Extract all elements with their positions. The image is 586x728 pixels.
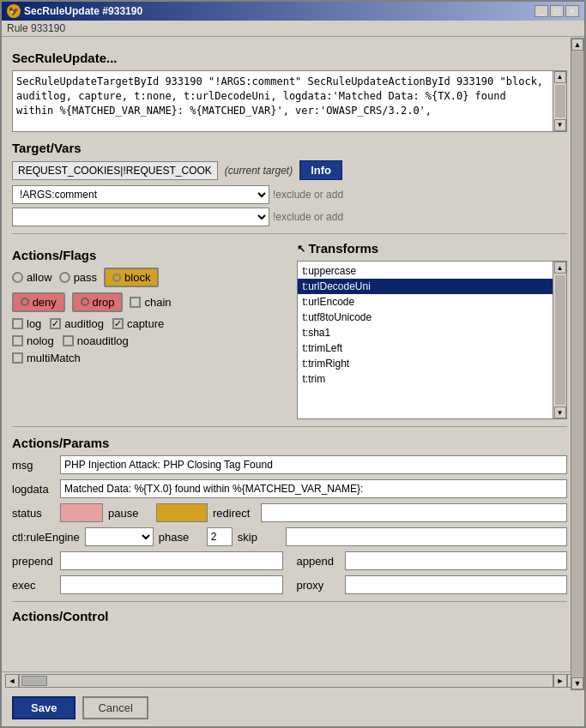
pause-label: pause (108, 507, 151, 520)
transform-item-1[interactable]: t:urlDecodeUni (298, 279, 567, 294)
actions-flags-heading: Actions/Flags (12, 248, 283, 262)
transform-item-7[interactable]: t:trim (298, 371, 567, 387)
exec-input[interactable] (60, 575, 283, 594)
log-checkbox-label[interactable]: log (12, 317, 41, 330)
rule-text-scrollbar[interactable]: ▲ ▼ (553, 71, 566, 131)
ctl-select[interactable] (85, 527, 154, 546)
transforms-heading: Transforms (309, 241, 379, 256)
proxy-input[interactable] (345, 575, 568, 594)
block-button[interactable]: block (104, 268, 159, 287)
footer-buttons: Save Cancel (2, 689, 584, 726)
transforms-scroll-up[interactable]: ▲ (554, 262, 566, 274)
transforms-arrow-icon: ↖ (297, 243, 305, 255)
capture-checkbox-label[interactable]: capture (112, 317, 164, 330)
multimatch-checkbox[interactable] (12, 352, 23, 364)
info-button[interactable]: Info (299, 160, 342, 180)
log-checkbox[interactable] (12, 318, 23, 329)
logdata-input[interactable] (60, 479, 567, 498)
ctl-label: ctl:ruleEngine (12, 531, 80, 544)
skip-label: skip (238, 531, 281, 544)
pass-radio-label[interactable]: pass (59, 271, 97, 284)
secrule-heading: SecRuleUpdate... (12, 51, 567, 65)
auditlog-checkbox[interactable] (50, 318, 61, 329)
allow-radio[interactable] (12, 272, 23, 283)
rule-text: SecRuleUpdateTargetById 933190 "!ARGS:co… (16, 75, 563, 117)
transform-item-6[interactable]: t:trimRight (298, 356, 567, 371)
window-scrollbar[interactable]: ▲ ▼ (571, 38, 584, 690)
transform-item-2[interactable]: t:urlEncode (298, 294, 567, 310)
capture-checkbox[interactable] (112, 318, 124, 329)
scroll-down-btn[interactable]: ▼ (554, 119, 566, 131)
transforms-scrollbar[interactable]: ▲ ▼ (553, 262, 566, 418)
deny-button[interactable]: deny (12, 292, 65, 312)
transforms-scroll-down[interactable]: ▼ (554, 406, 566, 418)
transform-item-0[interactable]: t:uppercase (298, 263, 567, 279)
multimatch-checkbox-label[interactable]: multiMatch (12, 352, 81, 364)
drop-button[interactable]: drop (72, 292, 124, 312)
pause-input[interactable] (156, 503, 208, 522)
current-target-label: (current target) (225, 165, 293, 177)
noauditlog-checkbox-label[interactable]: noauditlog (63, 334, 129, 347)
close-button[interactable]: × (565, 5, 579, 17)
redirect-input[interactable] (261, 503, 567, 522)
chain-checkbox[interactable] (130, 297, 141, 308)
transform-item-3[interactable]: t:utf8toUnicode (298, 310, 567, 325)
save-button[interactable]: Save (12, 696, 76, 719)
pass-radio[interactable] (59, 272, 70, 283)
dropdown-row-1: !ARGS:comment !exclude or add (12, 185, 567, 204)
nolog-label: nolog (27, 334, 54, 347)
vscroll-down-btn[interactable]: ▼ (571, 677, 583, 689)
target-input[interactable]: REQUEST_COOKIES|!REQUEST_COOK (12, 161, 218, 180)
phase-input[interactable] (207, 527, 233, 546)
args-select-1[interactable]: !ARGS:comment (12, 185, 269, 204)
deny-label: deny (33, 296, 57, 309)
msg-label: msg (12, 459, 55, 472)
noauditlog-checkbox[interactable] (63, 335, 74, 346)
scroll-up-btn[interactable]: ▲ (554, 71, 566, 83)
transform-item-5[interactable]: t:trimLeft (298, 340, 567, 356)
allow-radio-label[interactable]: allow (12, 271, 52, 284)
nolog-checkbox[interactable] (12, 335, 23, 346)
horizontal-scrollbar-row: ◄ ► (2, 671, 584, 689)
deny-radio-dot (21, 298, 29, 306)
rule-id-bar: Rule 933190 (2, 21, 584, 37)
skip-input[interactable] (286, 527, 567, 546)
transforms-header: ↖ Transforms (297, 241, 568, 256)
chain-checkbox-label[interactable]: chain (130, 296, 171, 309)
msg-input[interactable] (60, 455, 567, 474)
prepend-append-row: prepend append (12, 551, 567, 570)
exclude-link-1[interactable]: !exclude or add (273, 189, 343, 201)
cancel-button[interactable]: Cancel (82, 696, 148, 719)
exclude-link-2[interactable]: !exclude or add (273, 211, 343, 223)
chain-label: chain (144, 296, 171, 309)
prepend-input[interactable] (60, 551, 283, 570)
dropdown-row-2: !exclude or add (12, 208, 567, 226)
transform-item-4[interactable]: t:sha1 (298, 325, 567, 340)
drop-label: drop (92, 296, 114, 309)
hscroll-thumb[interactable] (21, 676, 47, 686)
exec-proxy-row: exec proxy (12, 575, 567, 594)
drop-radio-dot (81, 298, 89, 306)
noauditlog-label: noauditlog (77, 334, 129, 347)
rule-id: Rule 933190 (7, 22, 65, 34)
append-label: append (297, 555, 340, 568)
hscroll-right-btn[interactable]: ► (553, 674, 567, 688)
ctl-phase-row: ctl:ruleEngine phase skip (12, 527, 567, 546)
maximize-button[interactable]: □ (550, 5, 564, 17)
capture-label: capture (127, 317, 164, 330)
minimize-button[interactable]: _ (535, 5, 548, 17)
append-input[interactable] (345, 551, 568, 570)
hscroll-left-btn[interactable]: ◄ (5, 674, 19, 688)
status-input[interactable] (60, 503, 103, 522)
vscroll-track[interactable] (571, 51, 583, 677)
nolog-checkbox-label[interactable]: nolog (12, 334, 54, 347)
prepend-label: prepend (12, 555, 55, 568)
vscroll-up-btn[interactable]: ▲ (571, 39, 583, 51)
auditlog-checkbox-label[interactable]: auditlog (50, 317, 104, 330)
actions-control-heading: Actions/Control (12, 609, 567, 623)
hscroll-track[interactable] (19, 674, 553, 688)
args-select-2[interactable] (12, 208, 269, 226)
transforms-items: t:uppercaset:urlDecodeUnit:urlEncodet:ut… (298, 262, 567, 388)
proxy-label: proxy (297, 579, 340, 592)
titlebar: 🦅 SecRuleUpdate #933190 _ □ × (2, 2, 584, 21)
